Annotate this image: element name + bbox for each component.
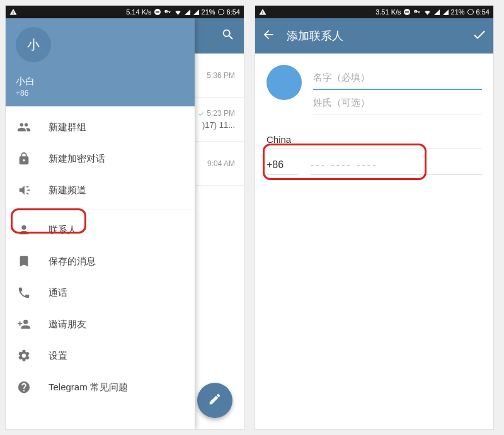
- group-icon: [17, 120, 31, 134]
- menu-saved[interactable]: 保存的消息: [6, 246, 195, 277]
- vpn-key-icon: [163, 9, 172, 15]
- phone-icon: [17, 286, 31, 300]
- dnd-icon: [154, 8, 161, 16]
- menu-label: 邀请朋友: [49, 319, 86, 330]
- drawer-screen: 5.14 K/s 21% 6:54 5:36 PM 5:23 PM )17) 1…: [5, 5, 244, 430]
- avatar-letter: 小: [27, 37, 40, 54]
- vpn-key-icon: [413, 9, 421, 15]
- menu-new-group[interactable]: 新建群组: [6, 111, 195, 143]
- svg-rect-4: [405, 11, 409, 13]
- first-name-field[interactable]: [313, 65, 482, 90]
- last-name-field[interactable]: [313, 90, 482, 115]
- drawer-menu: 新建群组 新建加密对话 新建频道 联系人 保存的消息 通话: [6, 106, 195, 429]
- search-icon[interactable]: [221, 28, 235, 44]
- svg-rect-1: [156, 11, 159, 13]
- contact-avatar: [266, 65, 302, 100]
- signal-icon-2: [193, 9, 200, 16]
- gear-icon: [17, 349, 31, 363]
- menu-new-channel[interactable]: 新建频道: [6, 174, 195, 206]
- network-speed: 3.51 K/s: [375, 8, 401, 16]
- menu-label: 设置: [49, 350, 67, 362]
- user-name: 小白: [16, 76, 185, 88]
- battery-percent: 21%: [451, 8, 465, 16]
- menu-settings[interactable]: 设置: [6, 340, 195, 371]
- chat-time: 5:36 PM: [207, 71, 235, 80]
- bookmark-icon: [17, 254, 31, 268]
- svg-point-5: [467, 9, 473, 15]
- compose-fab[interactable]: [197, 383, 232, 418]
- status-bar: 5.14 K/s 21% 6:54: [6, 6, 244, 18]
- menu-new-secret[interactable]: 新建加密对话: [6, 143, 195, 174]
- person-add-icon: [17, 317, 31, 331]
- help-icon: [17, 380, 31, 394]
- check-icon[interactable]: [472, 27, 487, 45]
- page-title: 添加联系人: [287, 28, 461, 43]
- annotation-highlight-contacts: [11, 208, 86, 234]
- warning-icon: [259, 8, 266, 16]
- menu-label: 保存的消息: [49, 256, 96, 268]
- back-icon[interactable]: [261, 28, 275, 44]
- chat-preview: )17) 11...: [202, 120, 235, 130]
- menu-label: 新建加密对话: [49, 153, 105, 165]
- signal-icon: [184, 9, 191, 16]
- warning-icon: [9, 8, 17, 16]
- svg-point-2: [218, 9, 224, 15]
- dnd-icon: [403, 8, 411, 16]
- chat-time: 5:23 PM: [197, 109, 235, 118]
- pencil-icon: [208, 392, 222, 409]
- user-avatar[interactable]: 小: [16, 27, 51, 62]
- battery-percent: 21%: [202, 8, 215, 16]
- annotation-highlight-phone: [263, 144, 427, 180]
- clock-time: 6:54: [227, 8, 240, 16]
- user-phone: +86: [16, 89, 185, 98]
- menu-invite[interactable]: 邀请朋友: [6, 308, 195, 340]
- add-contact-screen: 3.51 K/s 21% 6:54 添加联系人 China: [255, 5, 494, 430]
- drawer-header[interactable]: 小 小白 +86: [6, 18, 195, 106]
- menu-label: 通话: [49, 287, 67, 299]
- menu-faq[interactable]: Telegram 常见问题: [6, 371, 195, 403]
- clock-time: 6:54: [476, 8, 490, 16]
- menu-label: Telegram 常见问题: [49, 381, 128, 393]
- megaphone-icon: [17, 183, 31, 197]
- signal-icon-2: [442, 9, 449, 16]
- status-bar: 3.51 K/s 21% 6:54: [255, 6, 493, 18]
- chat-time: 9:04 AM: [207, 159, 235, 168]
- battery-circle-icon: [467, 8, 474, 16]
- menu-calls[interactable]: 通话: [6, 277, 195, 308]
- wifi-icon: [423, 9, 432, 16]
- battery-circle-icon: [217, 8, 225, 16]
- add-contact-header: 添加联系人: [255, 18, 493, 54]
- menu-label: 新建群组: [49, 121, 86, 133]
- wifi-icon: [174, 9, 182, 16]
- lock-icon: [17, 152, 31, 166]
- network-speed: 5.14 K/s: [126, 8, 151, 16]
- menu-label: 新建频道: [49, 184, 86, 196]
- signal-icon: [433, 9, 440, 16]
